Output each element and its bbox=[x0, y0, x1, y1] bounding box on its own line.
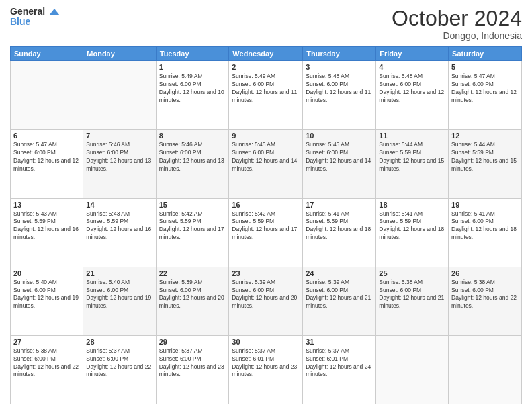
logo-blue: Blue bbox=[10, 17, 60, 27]
day-info: Sunrise: 5:37 AMSunset: 6:00 PMDaylight:… bbox=[86, 347, 152, 379]
header-thursday: Thursday bbox=[303, 47, 376, 61]
calendar-cell: 10 Sunrise: 5:45 AMSunset: 6:00 PMDaylig… bbox=[303, 130, 376, 198]
logo: General Blue bbox=[10, 7, 60, 28]
calendar-cell: 6 Sunrise: 5:47 AMSunset: 6:00 PMDayligh… bbox=[11, 130, 83, 198]
calendar-cell: 2 Sunrise: 5:49 AMSunset: 6:00 PMDayligh… bbox=[229, 61, 303, 130]
day-info: Sunrise: 5:41 AMSunset: 5:59 PMDaylight:… bbox=[379, 210, 445, 242]
day-info: Sunrise: 5:39 AMSunset: 6:00 PMDaylight:… bbox=[306, 279, 373, 311]
calendar-cell: 4 Sunrise: 5:48 AMSunset: 6:00 PMDayligh… bbox=[376, 61, 449, 130]
day-info: Sunrise: 5:39 AMSunset: 6:00 PMDaylight:… bbox=[159, 279, 226, 311]
calendar-cell: 11 Sunrise: 5:44 AMSunset: 5:59 PMDaylig… bbox=[376, 130, 449, 198]
day-info: Sunrise: 5:41 AMSunset: 6:00 PMDaylight:… bbox=[451, 210, 519, 242]
day-number: 22 bbox=[159, 269, 226, 277]
calendar-cell: 22 Sunrise: 5:39 AMSunset: 6:00 PMDaylig… bbox=[156, 267, 229, 335]
day-info: Sunrise: 5:38 AMSunset: 6:00 PMDaylight:… bbox=[451, 279, 519, 311]
top-section: General Blue October 2024 Donggo, Indone… bbox=[10, 7, 522, 41]
day-number: 19 bbox=[451, 201, 519, 209]
day-number: 14 bbox=[86, 201, 152, 209]
month-title: October 2024 bbox=[392, 7, 522, 30]
day-number: 1 bbox=[159, 63, 226, 71]
day-info: Sunrise: 5:44 AMSunset: 5:59 PMDaylight:… bbox=[379, 141, 445, 173]
day-info: Sunrise: 5:46 AMSunset: 6:00 PMDaylight:… bbox=[86, 141, 152, 173]
day-number: 20 bbox=[13, 269, 80, 277]
calendar-cell: 5 Sunrise: 5:47 AMSunset: 6:00 PMDayligh… bbox=[449, 61, 522, 130]
day-number: 7 bbox=[86, 132, 152, 140]
day-info: Sunrise: 5:49 AMSunset: 6:00 PMDaylight:… bbox=[232, 73, 300, 105]
day-info: Sunrise: 5:40 AMSunset: 6:00 PMDaylight:… bbox=[13, 279, 80, 311]
title-section: October 2024 Donggo, Indonesia bbox=[392, 7, 522, 41]
day-number: 23 bbox=[232, 269, 300, 277]
calendar-cell bbox=[449, 335, 522, 404]
calendar-cell: 13 Sunrise: 5:43 AMSunset: 5:59 PMDaylig… bbox=[11, 198, 83, 267]
location-title: Donggo, Indonesia bbox=[392, 30, 522, 41]
day-number: 12 bbox=[451, 132, 519, 140]
calendar-week-row: 1 Sunrise: 5:49 AMSunset: 6:00 PMDayligh… bbox=[11, 61, 522, 130]
calendar-cell: 14 Sunrise: 5:43 AMSunset: 5:59 PMDaylig… bbox=[83, 198, 156, 267]
header-tuesday: Tuesday bbox=[156, 47, 229, 61]
day-number: 3 bbox=[306, 63, 373, 71]
day-number: 21 bbox=[86, 269, 152, 277]
calendar-table: Sunday Monday Tuesday Wednesday Thursday… bbox=[10, 46, 522, 404]
day-info: Sunrise: 5:42 AMSunset: 5:59 PMDaylight:… bbox=[232, 210, 300, 242]
day-number: 25 bbox=[379, 269, 445, 277]
day-info: Sunrise: 5:46 AMSunset: 6:00 PMDaylight:… bbox=[159, 141, 226, 173]
day-info: Sunrise: 5:37 AMSunset: 6:00 PMDaylight:… bbox=[159, 347, 226, 379]
day-info: Sunrise: 5:45 AMSunset: 6:00 PMDaylight:… bbox=[306, 141, 373, 173]
calendar-cell: 18 Sunrise: 5:41 AMSunset: 5:59 PMDaylig… bbox=[376, 198, 449, 267]
calendar-cell: 16 Sunrise: 5:42 AMSunset: 5:59 PMDaylig… bbox=[229, 198, 303, 267]
calendar-cell bbox=[83, 61, 156, 130]
day-info: Sunrise: 5:44 AMSunset: 5:59 PMDaylight:… bbox=[451, 141, 519, 173]
calendar-cell: 17 Sunrise: 5:41 AMSunset: 5:59 PMDaylig… bbox=[303, 198, 376, 267]
day-info: Sunrise: 5:47 AMSunset: 6:00 PMDaylight:… bbox=[451, 73, 519, 105]
calendar-cell: 28 Sunrise: 5:37 AMSunset: 6:00 PMDaylig… bbox=[83, 335, 156, 404]
calendar-week-row: 20 Sunrise: 5:40 AMSunset: 6:00 PMDaylig… bbox=[11, 267, 522, 335]
day-info: Sunrise: 5:40 AMSunset: 6:00 PMDaylight:… bbox=[86, 279, 152, 311]
calendar-cell: 3 Sunrise: 5:48 AMSunset: 6:00 PMDayligh… bbox=[303, 61, 376, 130]
day-info: Sunrise: 5:38 AMSunset: 6:00 PMDaylight:… bbox=[13, 347, 80, 379]
day-number: 6 bbox=[13, 132, 80, 140]
day-number: 9 bbox=[232, 132, 300, 140]
day-info: Sunrise: 5:49 AMSunset: 6:00 PMDaylight:… bbox=[159, 73, 226, 105]
header-monday: Monday bbox=[83, 47, 156, 61]
day-info: Sunrise: 5:41 AMSunset: 5:59 PMDaylight:… bbox=[306, 210, 373, 242]
day-info: Sunrise: 5:43 AMSunset: 5:59 PMDaylight:… bbox=[13, 210, 80, 242]
day-number: 8 bbox=[159, 132, 226, 140]
calendar-cell: 29 Sunrise: 5:37 AMSunset: 6:00 PMDaylig… bbox=[156, 335, 229, 404]
calendar-cell: 30 Sunrise: 5:37 AMSunset: 6:01 PMDaylig… bbox=[229, 335, 303, 404]
day-number: 13 bbox=[13, 201, 80, 209]
calendar-cell: 23 Sunrise: 5:39 AMSunset: 6:00 PMDaylig… bbox=[229, 267, 303, 335]
calendar-cell: 19 Sunrise: 5:41 AMSunset: 6:00 PMDaylig… bbox=[449, 198, 522, 267]
day-number: 10 bbox=[306, 132, 373, 140]
day-info: Sunrise: 5:43 AMSunset: 5:59 PMDaylight:… bbox=[86, 210, 152, 242]
day-info: Sunrise: 5:48 AMSunset: 6:00 PMDaylight:… bbox=[306, 73, 373, 105]
calendar-cell: 20 Sunrise: 5:40 AMSunset: 6:00 PMDaylig… bbox=[11, 267, 83, 335]
calendar-cell: 15 Sunrise: 5:42 AMSunset: 5:59 PMDaylig… bbox=[156, 198, 229, 267]
calendar-cell: 25 Sunrise: 5:38 AMSunset: 6:00 PMDaylig… bbox=[376, 267, 449, 335]
logo-general: General bbox=[10, 7, 60, 17]
calendar-cell: 1 Sunrise: 5:49 AMSunset: 6:00 PMDayligh… bbox=[156, 61, 229, 130]
calendar-cell: 27 Sunrise: 5:38 AMSunset: 6:00 PMDaylig… bbox=[11, 335, 83, 404]
header-wednesday: Wednesday bbox=[229, 47, 303, 61]
weekday-header-row: Sunday Monday Tuesday Wednesday Thursday… bbox=[11, 47, 522, 61]
day-info: Sunrise: 5:42 AMSunset: 5:59 PMDaylight:… bbox=[159, 210, 226, 242]
day-number: 31 bbox=[306, 338, 373, 346]
calendar-week-row: 13 Sunrise: 5:43 AMSunset: 5:59 PMDaylig… bbox=[11, 198, 522, 267]
day-info: Sunrise: 5:37 AMSunset: 6:01 PMDaylight:… bbox=[306, 347, 373, 379]
day-number: 24 bbox=[306, 269, 373, 277]
day-number: 27 bbox=[13, 338, 80, 346]
calendar-cell: 9 Sunrise: 5:45 AMSunset: 6:00 PMDayligh… bbox=[229, 130, 303, 198]
calendar-week-row: 6 Sunrise: 5:47 AMSunset: 6:00 PMDayligh… bbox=[11, 130, 522, 198]
page: General Blue October 2024 Donggo, Indone… bbox=[0, 0, 532, 411]
day-info: Sunrise: 5:45 AMSunset: 6:00 PMDaylight:… bbox=[232, 141, 300, 173]
calendar-cell: 24 Sunrise: 5:39 AMSunset: 6:00 PMDaylig… bbox=[303, 267, 376, 335]
header-sunday: Sunday bbox=[11, 47, 83, 61]
calendar-cell: 21 Sunrise: 5:40 AMSunset: 6:00 PMDaylig… bbox=[83, 267, 156, 335]
day-number: 26 bbox=[451, 269, 519, 277]
day-number: 28 bbox=[86, 338, 152, 346]
day-number: 29 bbox=[159, 338, 226, 346]
day-number: 18 bbox=[379, 201, 445, 209]
header-saturday: Saturday bbox=[449, 47, 522, 61]
calendar-cell bbox=[376, 335, 449, 404]
day-number: 11 bbox=[379, 132, 445, 140]
header-friday: Friday bbox=[376, 47, 449, 61]
